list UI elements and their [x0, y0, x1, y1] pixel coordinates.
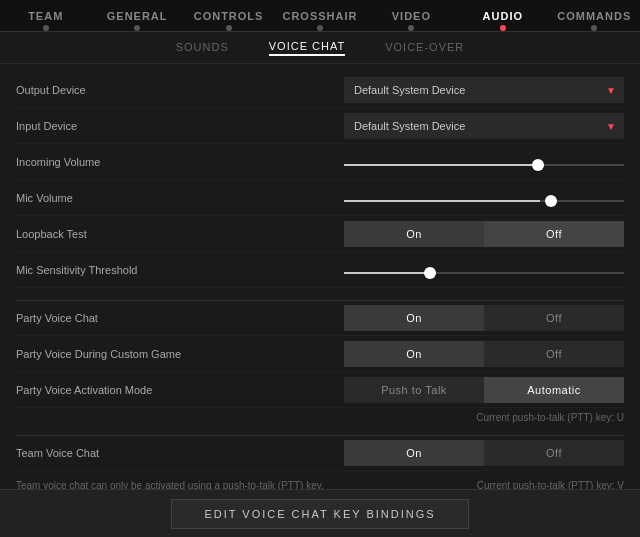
incoming-volume-row: Incoming Volume	[16, 144, 624, 180]
mic-volume-label: Mic Volume	[16, 192, 236, 204]
team-voice-chat-row: Team Voice Chat On Off	[16, 435, 624, 471]
party-activation-toggle-group: Push to Talk Automatic	[344, 377, 624, 403]
nav-item-team[interactable]: TEAM	[0, 0, 91, 31]
party-voice-custom-off-button[interactable]: Off	[484, 341, 624, 367]
input-device-row: Input Device Default System Device ▼	[16, 108, 624, 144]
nav-item-audio[interactable]: AUDIO	[457, 0, 548, 31]
party-voice-custom-row: Party Voice During Custom Game On Off	[16, 336, 624, 372]
loopback-test-control: On Off	[236, 221, 624, 247]
loopback-test-label: Loopback Test	[16, 228, 236, 240]
party-voice-chat-label: Party Voice Chat	[16, 312, 236, 324]
incoming-volume-label: Incoming Volume	[16, 156, 236, 168]
nav-item-controls[interactable]: CONTROLS	[183, 0, 274, 31]
team-voice-chat-control: On Off	[236, 440, 624, 466]
input-device-dropdown[interactable]: Default System Device	[344, 113, 624, 139]
input-device-label: Input Device	[16, 120, 236, 132]
bottom-bar: EDIT VOICE CHAT KEY BINDINGS	[0, 489, 640, 537]
mic-volume-row: Mic Volume	[16, 180, 624, 216]
party-voice-custom-control: On Off	[236, 341, 624, 367]
sub-nav-voice-chat[interactable]: VOICE CHAT	[269, 40, 345, 56]
sub-nav-voice-over[interactable]: VOICE-OVER	[385, 41, 464, 55]
party-voice-chat-on-button[interactable]: On	[344, 305, 484, 331]
party-activation-auto-button[interactable]: Automatic	[484, 377, 624, 403]
output-device-dropdown-wrapper: Default System Device ▼	[344, 77, 624, 103]
party-voice-custom-toggle-group: On Off	[344, 341, 624, 367]
output-device-label: Output Device	[16, 84, 236, 96]
nav-item-general[interactable]: GENERAL	[91, 0, 182, 31]
party-ptt-info-row: Current push-to-talk (PTT) key: U	[16, 408, 624, 431]
input-device-dropdown-wrapper: Default System Device ▼	[344, 113, 624, 139]
mic-threshold-row: Mic Sensitivity Threshold	[16, 252, 624, 288]
mic-volume-control	[236, 191, 624, 205]
top-nav: TEAM GENERAL CONTROLS CROSSHAIR VIDEO AU…	[0, 0, 640, 32]
party-ptt-key-text: Current push-to-talk (PTT) key: U	[476, 410, 624, 427]
loopback-on-button[interactable]: On	[344, 221, 484, 247]
mic-volume-slider[interactable]	[344, 200, 624, 202]
input-device-control: Default System Device ▼	[236, 113, 624, 139]
loopback-test-row: Loopback Test On Off	[16, 216, 624, 252]
nav-item-video[interactable]: VIDEO	[366, 0, 457, 31]
output-device-dropdown[interactable]: Default System Device	[344, 77, 624, 103]
party-activation-row: Party Voice Activation Mode Push to Talk…	[16, 372, 624, 408]
output-device-control: Default System Device ▼	[236, 77, 624, 103]
party-voice-chat-off-button[interactable]: Off	[484, 305, 624, 331]
mic-threshold-slider[interactable]	[344, 272, 624, 274]
sub-nav: SOUNDS VOICE CHAT VOICE-OVER	[0, 32, 640, 64]
party-voice-custom-label: Party Voice During Custom Game	[16, 348, 236, 360]
team-ptt-key-text: Current push-to-talk (PTT) key: V	[477, 480, 624, 489]
team-voice-chat-label: Team Voice Chat	[16, 447, 236, 459]
loopback-toggle-group: On Off	[344, 221, 624, 247]
sub-nav-sounds[interactable]: SOUNDS	[176, 41, 229, 55]
nav-item-commands[interactable]: COMMANDS	[549, 0, 640, 31]
incoming-volume-slider[interactable]	[344, 164, 624, 166]
mic-threshold-slider-wrapper	[344, 263, 624, 277]
nav-item-crosshair[interactable]: CROSSHAIR	[274, 0, 365, 31]
team-voice-chat-off-button[interactable]: Off	[484, 440, 624, 466]
output-device-row: Output Device Default System Device ▼	[16, 72, 624, 108]
team-warning-text: Team voice chat can only be activated us…	[16, 480, 467, 489]
party-activation-ptt-button[interactable]: Push to Talk	[344, 377, 484, 403]
mic-volume-slider-wrapper	[344, 191, 624, 205]
team-warning-row: Team voice chat can only be activated us…	[16, 471, 624, 489]
party-voice-chat-toggle-group: On Off	[344, 305, 624, 331]
party-voice-custom-on-button[interactable]: On	[344, 341, 484, 367]
incoming-volume-slider-wrapper	[344, 155, 624, 169]
mic-threshold-control	[236, 263, 624, 277]
team-voice-chat-toggle-group: On Off	[344, 440, 624, 466]
party-voice-chat-row: Party Voice Chat On Off	[16, 300, 624, 336]
party-activation-control: Push to Talk Automatic	[236, 377, 624, 403]
mic-threshold-label: Mic Sensitivity Threshold	[16, 264, 236, 276]
edit-voice-chat-keybindings-button[interactable]: EDIT VOICE CHAT KEY BINDINGS	[171, 499, 468, 529]
party-activation-label: Party Voice Activation Mode	[16, 384, 236, 396]
incoming-volume-control	[236, 155, 624, 169]
loopback-off-button[interactable]: Off	[484, 221, 624, 247]
party-voice-chat-control: On Off	[236, 305, 624, 331]
team-voice-chat-on-button[interactable]: On	[344, 440, 484, 466]
settings-content: Output Device Default System Device ▼ In…	[0, 64, 640, 489]
